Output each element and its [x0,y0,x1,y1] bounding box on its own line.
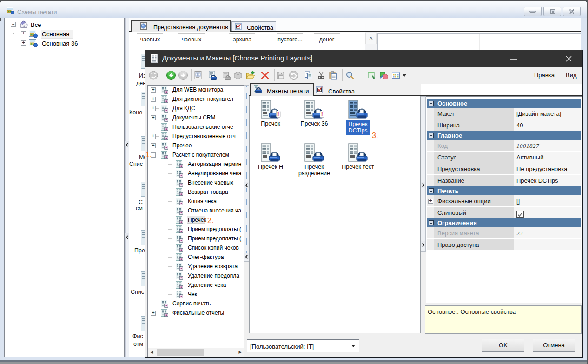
svg-text:!: ! [321,111,323,118]
svg-text:!: ! [277,111,279,118]
